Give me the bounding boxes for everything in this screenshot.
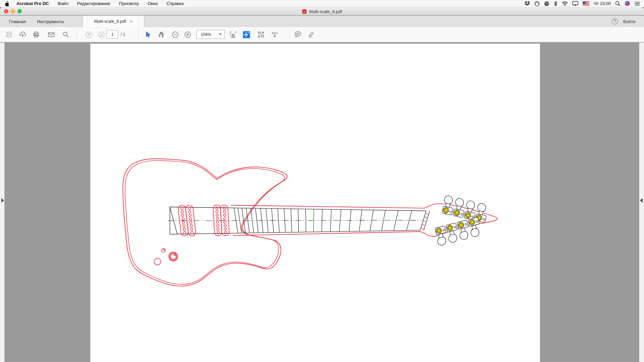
us-flag-input-icon[interactable] xyxy=(583,1,589,6)
sign-in-button[interactable]: Войти xyxy=(623,16,635,27)
page-total-label: / 1 xyxy=(121,30,125,39)
siri-icon[interactable] xyxy=(625,1,630,6)
bluetooth-icon[interactable] xyxy=(554,1,557,6)
toolbar-divider xyxy=(289,30,289,39)
right-panel-strip xyxy=(639,43,644,362)
next-page-button[interactable] xyxy=(97,31,105,39)
menu-bar-status-area: Чт 23:00 xyxy=(520,1,640,6)
menu-view[interactable]: Просмотр xyxy=(119,1,139,6)
zoom-in-button[interactable] xyxy=(183,31,192,39)
menu-window[interactable]: Окно xyxy=(148,1,158,6)
save-button[interactable] xyxy=(5,31,13,39)
menu-help[interactable]: Справка xyxy=(166,1,183,6)
page-number-input[interactable] xyxy=(107,30,118,39)
select-tool-button[interactable] xyxy=(144,31,152,39)
scrolling-mode-button[interactable] xyxy=(271,31,279,39)
tab-home[interactable]: Главная xyxy=(9,16,25,27)
zoom-level-select[interactable]: 104% xyxy=(197,30,225,39)
comment-tool-button[interactable] xyxy=(294,31,302,39)
print-button[interactable] xyxy=(32,31,40,39)
menu-app-name[interactable]: Acrobat Pro DC xyxy=(16,1,49,6)
menu-file[interactable]: Файл xyxy=(58,1,68,6)
search-button[interactable] xyxy=(62,31,70,39)
creative-cloud-icon[interactable] xyxy=(534,1,540,6)
page-number-field[interactable] xyxy=(107,30,118,39)
menu-bar-clock[interactable]: Чт 23:00 xyxy=(594,1,611,6)
acrobat-window: Multi-scale_8.pdf Главная Инструменты Mu… xyxy=(0,7,644,362)
window-title-bar[interactable]: Multi-scale_8.pdf xyxy=(0,7,644,15)
pdf-page[interactable] xyxy=(90,44,540,362)
notification-center-icon[interactable] xyxy=(635,1,640,6)
tab-bar: Главная Инструменты Multi-scale_8.pdf × … xyxy=(0,16,644,27)
wifi-icon[interactable] xyxy=(562,1,568,6)
document-viewport[interactable] xyxy=(0,43,644,362)
help-icon[interactable]: ? xyxy=(612,18,618,24)
macos-menu-bar: Acrobat Pro DC Файл Редактирование Просм… xyxy=(0,0,644,7)
tab-tools[interactable]: Инструменты xyxy=(37,16,64,27)
toolbar-divider xyxy=(76,30,77,39)
previous-page-button[interactable] xyxy=(85,31,93,39)
zoom-out-button[interactable] xyxy=(171,31,179,39)
tab-close-icon[interactable]: × xyxy=(130,19,132,24)
open-right-panel-arrow-icon[interactable] xyxy=(640,198,643,203)
share-cloud-button[interactable] xyxy=(18,31,26,39)
open-left-panel-arrow-icon[interactable] xyxy=(1,198,4,203)
actual-size-button[interactable] xyxy=(257,31,265,39)
highlight-tool-button[interactable] xyxy=(307,31,315,39)
tab-document-label: Multi-scale_8.pdf xyxy=(94,19,126,24)
chevron-down-icon xyxy=(219,34,222,35)
airplay-display-icon[interactable] xyxy=(572,1,578,6)
fit-width-button[interactable] xyxy=(229,31,237,39)
apple-menu-icon[interactable] xyxy=(5,1,10,6)
dropbox-icon[interactable] xyxy=(525,1,530,6)
toolbar: / 1 104% xyxy=(0,27,644,42)
left-panel-strip xyxy=(0,43,5,362)
pdf-file-icon xyxy=(302,9,307,14)
toolbar-divider xyxy=(138,30,139,39)
zoom-level-value: 104% xyxy=(201,32,219,37)
spotlight-search-icon[interactable] xyxy=(615,1,620,6)
tab-document-active[interactable]: Multi-scale_8.pdf × xyxy=(83,16,144,27)
app-swirl-icon[interactable] xyxy=(544,1,549,6)
hand-tool-button[interactable] xyxy=(157,31,165,39)
email-button[interactable] xyxy=(47,31,55,39)
window-title: Multi-scale_8.pdf xyxy=(0,7,644,15)
fit-page-button[interactable] xyxy=(243,31,251,39)
menu-edit[interactable]: Редактирование xyxy=(77,1,110,6)
